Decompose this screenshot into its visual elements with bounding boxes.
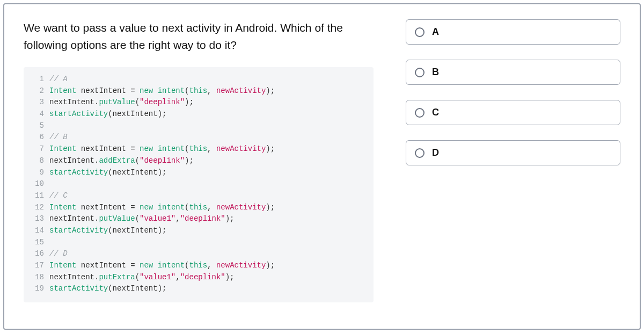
- code-line: 1// A: [31, 74, 366, 85]
- code-line: 19startActivity(nextIntent);: [31, 283, 366, 295]
- code-line: 12Intent nextIntent = new intent(this, n…: [31, 202, 366, 214]
- radio-icon: [415, 27, 425, 37]
- option-b[interactable]: B: [406, 60, 620, 85]
- line-number: 3: [31, 97, 44, 108]
- line-number: 14: [31, 225, 44, 237]
- line-number: 17: [31, 260, 44, 272]
- line-number: 10: [31, 178, 44, 190]
- options-column: ABCD: [406, 19, 620, 314]
- code-content: startActivity(nextIntent);: [49, 283, 166, 295]
- code-line: 7Intent nextIntent = new intent(this, ne…: [31, 143, 366, 155]
- code-line: 6// B: [31, 132, 366, 143]
- line-number: 4: [31, 108, 44, 120]
- code-content: // B: [49, 132, 68, 143]
- question-text: We want to pass a value to next activity…: [24, 19, 374, 53]
- line-number: 16: [31, 248, 44, 260]
- line-number: 15: [31, 237, 44, 249]
- code-line: 11// C: [31, 190, 366, 202]
- option-label: A: [432, 26, 439, 38]
- code-line: 18nextIntent.putExtra("value1","deeplink…: [31, 272, 366, 284]
- option-label: C: [432, 107, 439, 118]
- code-content: nextIntent.putValue("deeplink");: [49, 97, 194, 108]
- code-content: // D: [49, 248, 68, 260]
- code-line: 9startActivity(nextIntent);: [31, 167, 366, 179]
- code-line: 4startActivity(nextIntent);: [31, 108, 366, 120]
- code-content: startActivity(nextIntent);: [49, 225, 166, 237]
- line-number: 18: [31, 272, 44, 284]
- line-number: 6: [31, 132, 44, 143]
- option-c[interactable]: C: [406, 100, 620, 125]
- code-line: 8nextIntent.addExtra("deeplink");: [31, 155, 366, 167]
- code-content: nextIntent.putValue("value1","deeplink")…: [49, 213, 235, 225]
- code-line: 13nextIntent.putValue("value1","deeplink…: [31, 213, 366, 225]
- line-number: 1: [31, 74, 44, 85]
- option-label: D: [432, 147, 439, 158]
- code-line: 17Intent nextIntent = new intent(this, n…: [31, 260, 366, 272]
- code-line: 2Intent nextIntent = new intent(this, ne…: [31, 85, 366, 97]
- code-line: 15: [31, 237, 366, 249]
- code-line: 5: [31, 120, 366, 132]
- line-number: 12: [31, 202, 44, 214]
- quiz-frame: We want to pass a value to next activity…: [3, 3, 641, 330]
- code-content: // A: [49, 74, 68, 85]
- line-number: 8: [31, 155, 44, 167]
- line-number: 9: [31, 167, 44, 179]
- line-number: 13: [31, 213, 44, 225]
- option-a[interactable]: A: [406, 19, 620, 45]
- code-block: 1// A2Intent nextIntent = new intent(thi…: [24, 67, 374, 302]
- code-content: nextIntent.putExtra("value1","deeplink")…: [49, 272, 235, 284]
- radio-icon: [415, 148, 425, 158]
- code-line: 16// D: [31, 248, 366, 260]
- option-d[interactable]: D: [406, 140, 620, 165]
- code-content: startActivity(nextIntent);: [49, 108, 166, 120]
- code-content: Intent nextIntent = new intent(this, new…: [49, 85, 275, 97]
- code-line: 3nextIntent.putValue("deeplink");: [31, 97, 366, 108]
- code-line: 10: [31, 178, 366, 190]
- code-content: Intent nextIntent = new intent(this, new…: [49, 202, 275, 214]
- line-number: 11: [31, 190, 44, 202]
- radio-icon: [415, 108, 425, 118]
- radio-icon: [415, 68, 425, 77]
- code-content: nextIntent.addExtra("deeplink");: [49, 155, 194, 167]
- line-number: 5: [31, 120, 44, 132]
- code-content: Intent nextIntent = new intent(this, new…: [49, 260, 275, 272]
- question-column: We want to pass a value to next activity…: [24, 19, 374, 314]
- line-number: 7: [31, 143, 44, 155]
- line-number: 2: [31, 85, 44, 97]
- code-content: Intent nextIntent = new intent(this, new…: [49, 143, 275, 155]
- code-content: // C: [49, 190, 68, 202]
- option-label: B: [432, 67, 439, 78]
- code-line: 14startActivity(nextIntent);: [31, 225, 366, 237]
- code-content: startActivity(nextIntent);: [49, 167, 166, 179]
- line-number: 19: [31, 283, 44, 295]
